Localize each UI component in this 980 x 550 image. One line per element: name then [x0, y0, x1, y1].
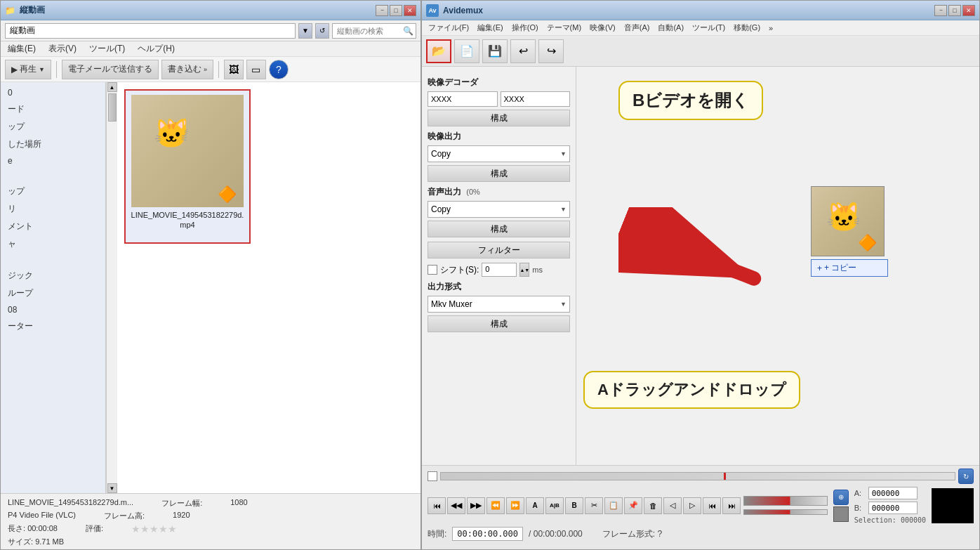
burn-button[interactable]: 書き込む » [161, 60, 213, 79]
delete-button[interactable]: 🗑 [644, 497, 662, 514]
nav-back-button[interactable]: ◁ [663, 497, 682, 514]
explorer-menu-bar: 編集(E) 表示(V) ツール(T) ヘルプ(H) [1, 41, 421, 57]
step-back-button[interactable]: ◀◀ [447, 497, 465, 514]
video-preview-thumbnail: 🐱 🔶 [811, 186, 885, 256]
address-arrow-button[interactable]: ▼ [298, 23, 312, 39]
sidebar-item-1[interactable]: ード [1, 100, 105, 118]
sidebar-item-0[interactable]: 0 [1, 85, 105, 100]
marker-a-button[interactable]: A [526, 497, 544, 514]
prev-scene-button[interactable]: ⏮ [703, 497, 721, 514]
selection-label: Selection: 000000 [854, 516, 926, 524]
audio-output-config-button[interactable]: 構成 [428, 221, 570, 237]
email-button[interactable]: 電子メールで送信する [62, 60, 159, 79]
copy-ctrl-button[interactable]: 📋 [604, 497, 623, 514]
menu-tools[interactable]: ツール(T) [86, 41, 128, 56]
av-minimize-button[interactable]: － [934, 5, 947, 16]
undo-button[interactable]: ↩ [510, 39, 536, 63]
av-bottom-controls: ↻ ⏮ ◀◀ ▶▶ ⏪ ⏩ A A|B B ✂ 📋 📌 🗑 ◁ ▷ ⏮ ⏭ [422, 465, 979, 549]
status-width-value: 1080 [230, 498, 247, 509]
marker-b-button[interactable]: B [565, 497, 583, 514]
next-scene-button[interactable]: ⏭ [722, 497, 741, 514]
sidebar-item-10[interactable]: ループ [1, 284, 105, 302]
next-keyframe-button[interactable]: ⏩ [506, 497, 524, 514]
audio-output-select[interactable]: Copy ▼ [428, 201, 570, 218]
video-decoder-config-button[interactable]: 構成 [428, 110, 570, 126]
sidebar-item-2[interactable]: ップ [1, 118, 105, 136]
step-forward-button[interactable]: ▶▶ [467, 497, 485, 514]
audio-filter-button[interactable]: フィルター [428, 242, 570, 258]
nav-forward-button[interactable]: ▷ [683, 497, 701, 514]
explorer-maximize-button[interactable]: □ [390, 5, 402, 16]
sidebar-item-3[interactable]: した場所 [1, 136, 105, 153]
av-menu-more[interactable]: » [765, 22, 776, 34]
cut-button[interactable]: ✂ [585, 497, 603, 514]
progress-checkbox[interactable] [428, 471, 437, 481]
output-format-select[interactable]: Mkv Muxer ▼ [428, 296, 570, 313]
sidebar-item-5[interactable]: ップ [1, 183, 105, 200]
shift-checkbox[interactable] [428, 265, 437, 275]
av-maximize-button[interactable]: □ [948, 5, 961, 16]
save-button[interactable]: 💾 [482, 39, 508, 63]
contrast-slider[interactable] [743, 509, 828, 515]
sidebar-item-8[interactable]: ャ [1, 235, 105, 253]
av-menu-tools[interactable]: ツール(T) [689, 21, 729, 34]
av-menu-audio[interactable]: 音声(A) [621, 21, 654, 34]
explorer-close-button[interactable]: ✕ [404, 5, 416, 16]
av-menu-ops[interactable]: 操作(O) [508, 21, 542, 34]
help-button[interactable]: ? [269, 60, 289, 79]
paste-button[interactable]: 📌 [624, 497, 642, 514]
explorer-minimize-button[interactable]: － [376, 5, 388, 16]
copy-button[interactable]: + + コピー [811, 259, 888, 277]
status-row-2: P4 Video File (VLC) フレーム高: 1920 [8, 511, 413, 521]
av-menu-theme[interactable]: テーマ(M) [543, 21, 585, 34]
av-menu-edit[interactable]: 編集(E) [474, 21, 507, 34]
scroll-thumb[interactable] [108, 93, 117, 122]
brightness-slider[interactable] [743, 496, 828, 506]
file-item[interactable]: 🐱 🔶 LINE_MOVIE_1495453182279d.mp4 [124, 89, 251, 244]
output-format-arrow: ▼ [560, 301, 567, 308]
scroll-down-arrow[interactable]: ▼ [107, 483, 117, 493]
av-app-icon: Av [426, 4, 439, 17]
view-button[interactable]: 🖼 [224, 60, 244, 79]
av-menu-goto[interactable]: 移動(G) [730, 21, 764, 34]
output-format-config-button[interactable]: 構成 [428, 315, 570, 332]
b-value: 000000 [868, 502, 918, 514]
av-menu-video[interactable]: 映像(V) [586, 21, 619, 34]
loop-icon-button[interactable]: ↻ [958, 469, 974, 484]
shift-value[interactable]: 0 [482, 263, 517, 277]
marker-ab-button[interactable]: A|B [545, 497, 564, 514]
rewind-start-button[interactable]: ⏮ [428, 497, 446, 514]
status-filename: LINE_MOVIE_1495453182279d.m... [8, 498, 133, 509]
icon-btn-1[interactable]: ⊕ [833, 490, 849, 505]
prev-keyframe-button[interactable]: ⏪ [486, 497, 505, 514]
scroll-up-arrow[interactable]: ▲ [107, 82, 117, 92]
a-value: 000000 [868, 487, 918, 499]
video-output-select[interactable]: Copy ▼ [428, 145, 570, 162]
menu-help[interactable]: ヘルプ(H) [135, 41, 178, 56]
video-output-config-button[interactable]: 構成 [428, 165, 570, 182]
sidebar-item-6[interactable]: リ [1, 200, 105, 218]
open-second-video-button[interactable]: 📄 [454, 39, 479, 63]
progress-bar[interactable] [440, 472, 955, 480]
panel-toggle-button[interactable]: ▭ [246, 60, 266, 79]
shift-spin-button[interactable]: ▲▼ [519, 263, 529, 277]
av-menu-file[interactable]: ファイル(F) [425, 21, 472, 34]
redo-button[interactable]: ↪ [538, 39, 564, 63]
menu-view[interactable]: 表示(V) [46, 41, 79, 56]
play-button[interactable]: ▶ 再生 ▼ [5, 60, 51, 79]
sidebar-item-11[interactable]: 08 [1, 302, 105, 317]
refresh-button[interactable]: ↺ [315, 23, 329, 39]
av-menu-bar: ファイル(F) 編集(E) 操作(O) テーマ(M) 映像(V) 音声(A) 自… [422, 20, 979, 36]
sidebar-item-7[interactable]: メント [1, 218, 105, 235]
menu-edit[interactable]: 編集(E) [5, 41, 39, 56]
status-size: サイズ: 9.71 MB [8, 537, 64, 547]
sidebar-item-4[interactable]: e [1, 153, 105, 169]
sidebar-item-12[interactable]: ーター [1, 317, 105, 335]
address-input[interactable]: 縦動画 [5, 23, 296, 39]
av-close-button[interactable]: ✕ [962, 5, 975, 16]
current-time-field[interactable]: 00:00:00.000 [452, 527, 523, 541]
preview-cat-emoji: 🐱 [826, 201, 861, 234]
sidebar-item-9[interactable]: ジック [1, 267, 105, 284]
open-video-button[interactable]: 📂 [426, 39, 451, 63]
av-menu-auto[interactable]: 自動(A) [654, 21, 687, 34]
